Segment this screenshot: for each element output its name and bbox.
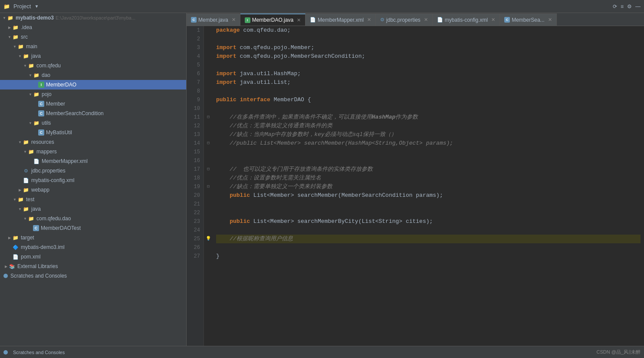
ln-16: 16 [190,156,200,165]
comment-19: //缺点：需要单独定义一个类来封装参数 [216,182,332,191]
sidebar-item-external-libraries[interactable]: 📚 External Libraries [0,262,186,271]
tab-mmxml-close[interactable]: ✕ [367,17,371,23]
sync-icon[interactable]: ⟳ [613,3,617,10]
code-editor[interactable]: 1 2 3 4 5 6 7 8 9 10 11 12 13 14 15 16 1… [187,26,644,346]
sidebar-item-mybatisutil[interactable]: C MyBatisUtil [0,128,186,137]
sidebar-item-jdbc-properties[interactable]: ⚙ jdbc.properties [0,166,186,176]
sidebar-item-resources[interactable]: 📁 resources [0,137,186,147]
ln-26: 26 [190,243,200,252]
pojo-folder-icon: 📁 [33,91,40,98]
ln-8: 8 [190,87,200,96]
sidebar-item-dao[interactable]: 📁 dao [0,70,186,80]
tab-memberdao-close[interactable]: ✕ [297,17,301,23]
tab-ms-label: MemberSea... [512,17,544,23]
g5 [204,61,213,70]
sidebar-item-src[interactable]: 📁 src [0,32,186,42]
code-line-10 [216,104,641,113]
target-arrow [7,236,12,240]
jdbc-icon: ⚙ [23,167,30,174]
dao-label: dao [42,72,50,78]
root-path: E:\Java2010\workspace\part3\myba... [56,15,135,20]
tab-memberdao-java[interactable]: I MemberDAO.java ✕ [240,13,306,26]
extlib-label: External Libraries [17,263,58,269]
msc-label: MemberSearchCondition [46,110,104,116]
tab-mybatisconfig-icon: 📄 [437,17,443,23]
code-content[interactable]: package com.qfedu.dao; import com.qfedu.… [213,26,644,346]
tab-mmxml-icon: 📄 [310,17,316,23]
g10 [204,104,213,113]
mappers-folder-icon: 📁 [28,148,35,155]
tab-mybatisconfig-close[interactable]: ✕ [491,17,495,23]
code-line-15 [216,148,641,156]
code-line-17: // 也可以定义专门用于存放查询条件的实体类存放参数 [216,165,641,174]
settings-icon[interactable]: ≡ [621,3,624,10]
tab-memberdao-label: MemberDAO.java [252,17,293,23]
sidebar-item-idea[interactable]: 📁 .idea [0,23,186,32]
sidebar-item-scratches[interactable]: Scratches and Consoles [0,271,186,281]
sidebar-item-mybatis-config[interactable]: 📄 mybatis-config.xml [0,176,186,185]
tab-mybatis-config[interactable]: 📄 mybatis-config.xml ✕ [433,13,500,26]
tab-jdbc-properties[interactable]: ⚙ jdbc.properties ✕ [376,13,433,26]
kw-import2: import [216,52,237,61]
sidebar-item-test[interactable]: 📁 test [0,195,186,204]
code-line-11: //在多条件查询中，如果查询条件不确定，可以直接使用HashMap作为参数 [216,113,641,122]
idea-folder-icon: 📁 [12,24,19,31]
test-arrow [12,198,17,202]
sidebar-item-comqfeudao[interactable]: 📁 com.qfedu.dao [0,214,186,223]
sidebar-item-memberdao[interactable]: I MemberDAO [0,80,186,90]
member-icon: C [38,101,44,107]
sidebar-item-mappers[interactable]: 📁 mappers [0,147,186,156]
project-dropdown-icon[interactable]: ▼ [34,4,39,9]
g25[interactable]: 💡 [204,235,213,243]
mybatisconfig-icon: 📄 [23,177,30,184]
mappers-arrow [23,150,28,154]
sidebar-item-membersearchcondition[interactable]: C MemberSearchCondition [0,109,186,118]
gear-icon[interactable]: ⚙ [627,3,632,10]
comqfeudao-folder-icon: 📁 [28,215,35,222]
sidebar-item-webapp[interactable]: 📁 webapp [0,185,186,195]
tab-member-close[interactable]: ✕ [232,17,236,23]
ln-12: 12 [190,122,200,130]
comment-17: // 也可以定义专门用于存放查询条件的实体类存放参数 [216,165,373,174]
sidebar-item-main[interactable]: 📁 main [0,42,186,51]
minimize-icon[interactable]: — [635,3,641,10]
resources-arrow [17,140,23,144]
sidebar-item-java[interactable]: 📁 java [0,51,186,61]
tab-jdbc-close[interactable]: ✕ [424,17,428,23]
tab-membermapper-xml[interactable]: 📄 MemberMapper.xml ✕ [306,13,376,26]
g19[interactable]: ⊟ [204,182,213,191]
g20 [204,191,213,200]
sidebar-item-pom[interactable]: 📄 pom.xml [0,252,186,262]
tab-membersearch[interactable]: C MemberSea... ✕ [500,13,556,26]
sidebar-item-member[interactable]: C Member [0,99,186,109]
tab-ms-close[interactable]: ✕ [548,17,552,23]
sidebar-item-memberdaotest[interactable]: C MemberDAOTest [0,223,186,233]
ln-6: 6 [190,70,200,78]
ln-5: 5 [190,61,200,70]
sidebar-item-target[interactable]: 📁 target [0,233,186,242]
bottom-left: Scratches and Consoles [3,350,65,355]
tree-root[interactable]: 📁 mybatis-demo3 E:\Java2010\workspace\pa… [0,13,186,23]
sidebar-item-membermapper-xml[interactable]: 📄 MemberMapper.xml [0,156,186,166]
ln-2: 2 [190,35,200,43]
g11[interactable]: ⊟ [204,113,213,122]
test-folder-icon: 📁 [17,196,24,203]
sidebar-item-comqfedu[interactable]: 📁 com.qfedu [0,61,186,70]
tab-member-java[interactable]: C Member.java ✕ [187,13,240,26]
tab-member-label: Member.java [198,17,228,23]
utils-arrow [28,121,33,125]
g14[interactable]: ⊟ [204,139,213,148]
ln-13: 13 [190,130,200,139]
comment-14: //public List<Member> searchMember(HashM… [216,139,453,148]
sidebar-item-utils[interactable]: 📁 utils [0,118,186,128]
testjava-folder-icon: 📁 [23,206,30,212]
g18 [204,174,213,182]
java-folder-icon: 📁 [23,53,30,60]
code-line-6: import java.util.HashMap; [216,70,641,78]
g17[interactable]: ⊟ [204,165,213,174]
sidebar-item-iml[interactable]: 🔷 mybatis-demo3.iml [0,242,186,252]
sidebar-item-test-java[interactable]: 📁 java [0,204,186,214]
tab-bar: C Member.java ✕ I MemberDAO.java ✕ 📄 Mem… [187,13,644,26]
sidebar-item-pojo[interactable]: 📁 pojo [0,90,186,99]
kw-public1: public [216,96,237,104]
